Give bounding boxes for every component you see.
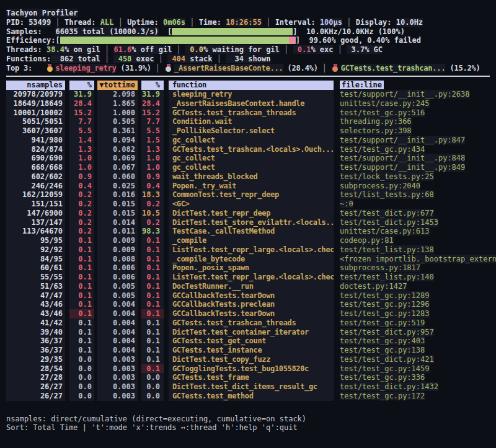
- tottime-cell: 0.005: [94, 282, 138, 291]
- col-header-direct-pct[interactable]: %: [65, 81, 94, 90]
- file-line-cell-value: test/test_gc.py:403: [340, 336, 425, 345]
- direct-pct-cell-value: 0.2: [69, 200, 94, 209]
- nsamples-cell: 941/980: [6, 136, 65, 145]
- direct-pct-cell-value: 0.2: [69, 218, 94, 227]
- col-header-label: %: [69, 81, 94, 90]
- nsamples-cell-value: 43/46: [6, 300, 65, 309]
- file-line-cell: doctest.py:1427: [334, 282, 496, 291]
- tottime-cell-value: 0.505: [97, 117, 138, 126]
- function-cell-value: DocTestRunner.__run: [169, 282, 334, 291]
- file-line-cell: test/test_gc.py:172: [334, 392, 496, 401]
- gold-medal-icon: [45, 64, 54, 72]
- col-header-nsamples[interactable]: nsamples: [6, 81, 65, 90]
- text-segment: % exc: [311, 45, 333, 54]
- nsamples-cell: 668/668: [6, 163, 65, 172]
- cumulative-pct-cell-value: 10.5: [141, 209, 164, 218]
- tottime-cell: 0.003: [94, 364, 138, 374]
- function-cell: _compile_bytecode: [164, 255, 334, 264]
- nsamples-cell: 36/37: [6, 336, 65, 346]
- direct-pct-cell-value: 0.0: [69, 373, 94, 382]
- efficiency-row: Efficiency:[] 99.60% good, 0.40% failed: [6, 36, 496, 45]
- col-header-file-line[interactable]: file:line: [334, 81, 496, 90]
- table-header-row: nsamples%▼tottime%functionfile:line: [6, 81, 496, 90]
- file-line-cell: test/test_list.py:140: [334, 273, 496, 282]
- tottime-cell: 0.094: [94, 136, 138, 145]
- cumulative-pct-cell: 0.0: [138, 392, 164, 401]
- direct-pct-cell: 0.0: [65, 364, 94, 374]
- text-segment: │: [322, 64, 327, 72]
- table-row: 26/270.00.0030.0DictTest.test_dict_items…: [6, 382, 496, 392]
- direct-pct-cell-value: 1.4: [69, 136, 94, 145]
- tottime-cell: 0.004: [94, 318, 138, 328]
- nsamples-cell: 3607/3607: [6, 126, 65, 136]
- function-cell-value: GCTests.test_trashcan_threads: [169, 108, 334, 118]
- function-cell: DocTestRunner.__run: [164, 282, 334, 291]
- tottime-cell-value: 0.003: [97, 392, 138, 401]
- file-line-cell: <frozen importlib._bootstrap_external: [334, 255, 496, 264]
- direct-pct-cell: 1.0: [65, 163, 94, 172]
- tottime-cell: 0.003: [94, 382, 138, 392]
- function-cell-value: CommonTest.test_repr_deep: [169, 190, 334, 200]
- file-line-cell-value: test/test_dict.py:421: [340, 355, 434, 364]
- tottime-cell: 0.505: [94, 117, 138, 126]
- cumulative-pct-cell: 10.5: [138, 209, 164, 218]
- cumulative-pct-cell-value: 0.1: [141, 336, 164, 346]
- text-segment: Functions:: [6, 55, 51, 63]
- text-segment: [351, 18, 355, 27]
- nsamples-cell: 41/42: [6, 318, 65, 328]
- direct-pct-cell: 7.7: [65, 117, 94, 126]
- file-line-cell-value: test/test_gc.py:138: [340, 346, 425, 354]
- functions-shown: 34: [226, 55, 244, 63]
- text-segment: [334, 45, 338, 54]
- nsamples-cell: 28/54: [6, 364, 65, 374]
- function-cell-value: Popen._try_wait: [169, 182, 334, 191]
- nsamples-cell: 151/151: [6, 200, 65, 209]
- nsamples-cell-value: 60/61: [6, 263, 65, 273]
- file-line-cell-value: test/test_list.py:138: [340, 245, 434, 254]
- cumulative-pct-cell: 0.1: [138, 255, 164, 264]
- nsamples-cell: 26/27: [6, 382, 65, 392]
- cumulative-pct-cell: 0.1: [138, 346, 164, 355]
- nsamples-cell: 147/6900: [6, 209, 65, 218]
- nsamples-cell-value: 162/12059: [6, 190, 65, 200]
- cumulative-pct-cell: 0.2: [138, 218, 164, 227]
- sort-keybar: Sort: Total Time | 't':mode 'x':trends ↔…: [6, 423, 496, 433]
- nsamples-cell-value: 941/980: [6, 136, 65, 145]
- table-row: 824/8741.30.0821.3GCTests.test_trashcan.…: [6, 145, 496, 154]
- cumulative-pct-cell: 7.7: [138, 117, 164, 126]
- cumulative-pct-cell: 31.9: [138, 90, 164, 99]
- col-header-tottime[interactable]: ▼tottime: [94, 81, 138, 90]
- file-line-cell: unittest/case.py:245: [334, 99, 496, 108]
- cumulative-pct-cell-value: 0.1: [141, 263, 164, 273]
- function-cell: CommonTest.test_repr_deep: [164, 190, 334, 200]
- cumulative-pct-cell-value: 0.1: [141, 291, 164, 301]
- tottime-cell: 0.009: [94, 236, 138, 245]
- col-header-function[interactable]: function: [164, 81, 334, 90]
- tottime-cell: 0.011: [94, 227, 138, 236]
- cumulative-pct-cell-value: 0.0: [141, 382, 164, 392]
- function-cell-value: GCCallbackTests.tearDown: [169, 291, 334, 301]
- file-line-cell-value: test/list_tests.py:68: [340, 190, 434, 199]
- nsamples-cell: 47/47: [6, 291, 65, 301]
- function-cell-value: Condition.wait: [169, 117, 334, 126]
- function-cell-value: Popen._posix_spawn: [169, 263, 334, 273]
- app-title: Tachyon Profiler: [6, 9, 78, 17]
- function-cell-value: GCTests.test_trashcan.<locals>.Ouch....: [169, 145, 334, 154]
- col-header-cumulative-pct[interactable]: %: [138, 81, 164, 90]
- efficiency-summary: 99.60% good, 0.40% failed: [309, 36, 421, 45]
- nsamples-cell-value: 39/40: [6, 328, 65, 337]
- cumulative-pct-cell: 1.3: [138, 145, 164, 154]
- nsamples-cell: 18649/18649: [6, 99, 65, 108]
- tottime-cell-value: 0.003: [97, 364, 138, 374]
- cumulative-pct-cell-value: 0.2: [141, 218, 164, 227]
- tottime-cell: 0.003: [94, 373, 138, 382]
- cumulative-pct-cell-value: 0.1: [141, 309, 164, 318]
- nsamples-cell-value: 246/246: [6, 182, 65, 191]
- tottime-cell: 0.014: [94, 218, 138, 227]
- tottime-cell: 2.098: [94, 90, 138, 99]
- file-line-cell: test/support/__init__.py:847: [334, 136, 496, 145]
- tottime-cell-value: 2.098: [97, 90, 138, 99]
- file-line-cell: subprocess.py:1817: [334, 263, 496, 273]
- nsamples-cell: 27/28: [6, 373, 65, 382]
- tottime-cell-value: 0.094: [97, 136, 138, 145]
